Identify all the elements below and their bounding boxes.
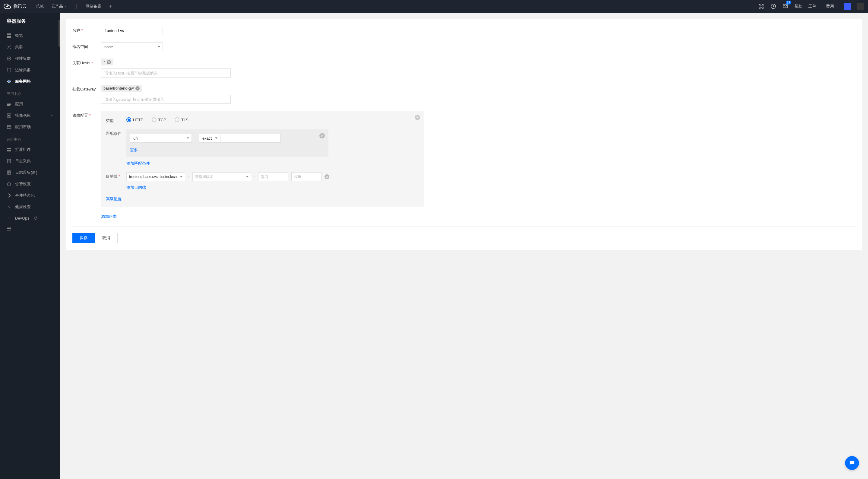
chevron-down-icon: [187, 138, 189, 139]
svg-rect-15: [8, 115, 10, 116]
match-field-select[interactable]: uri: [130, 133, 192, 143]
mail-badge-count: 77: [786, 1, 792, 4]
sidebar-item-log-new[interactable]: 日志采集(新): [0, 167, 60, 178]
match-panel: ✕ uri exact: [126, 129, 329, 157]
add-match-link[interactable]: 添加匹配条件: [126, 161, 150, 166]
advanced-link[interactable]: 高级配置: [106, 197, 122, 201]
sidebar-item-alert[interactable]: 告警设置: [0, 178, 60, 190]
svg-rect-13: [7, 105, 10, 106]
sidebar-item-event[interactable]: 事件持久化: [0, 190, 60, 201]
svg-rect-1: [760, 5, 763, 7]
nav-add-icon[interactable]: +: [109, 3, 112, 10]
dest-label: 目的端: [106, 172, 126, 179]
svg-rect-17: [7, 148, 9, 149]
row-route: 路由配置 ✕ 类型 HTTP T: [72, 111, 856, 219]
svg-point-10: [8, 58, 10, 59]
sidebar-section-ops: 运维中心: [0, 133, 60, 144]
mesh-icon: [7, 79, 11, 84]
remove-icon[interactable]: ✕: [324, 174, 329, 179]
chat-fab[interactable]: [845, 456, 859, 470]
match-label: 匹配条件: [106, 129, 126, 136]
sidebar-item-addon[interactable]: 扩展组件: [0, 144, 60, 155]
nav-divider: [76, 4, 76, 9]
sidebar-scrollbar[interactable]: [59, 20, 60, 47]
save-button[interactable]: 保存: [72, 233, 95, 243]
sidebar-item-devops[interactable]: DevOps: [0, 213, 60, 223]
scan-icon[interactable]: [758, 3, 764, 9]
button-row: 保存 取消: [72, 233, 856, 243]
dest-version-select[interactable]: [192, 172, 251, 181]
row-name: 名称: [72, 26, 856, 35]
sidebar-item-log[interactable]: 日志采集: [0, 155, 60, 167]
svg-point-0: [7, 6, 8, 7]
divider: [72, 227, 856, 227]
mail-notification[interactable]: 77: [782, 3, 788, 10]
cancel-button[interactable]: 取消: [95, 233, 118, 243]
event-icon: [7, 193, 11, 198]
sidebar-item-registry[interactable]: 镜像仓库: [0, 110, 60, 121]
brand-name: 腾讯云: [13, 4, 27, 9]
add-route-link[interactable]: 添加路由: [101, 214, 117, 219]
registry-icon: [7, 113, 11, 118]
sidebar-item-elastic[interactable]: 弹性集群: [0, 53, 60, 64]
row-hosts: 关联Hosts * ✕: [72, 59, 856, 78]
user-avatar-secondary[interactable]: [857, 3, 864, 10]
namespace-select[interactable]: base: [101, 42, 163, 51]
more-link[interactable]: 更多: [130, 148, 138, 152]
svg-point-8: [8, 46, 10, 48]
sidebar-item-market[interactable]: 应用市场: [0, 121, 60, 133]
nav-products[interactable]: 云产品: [51, 4, 67, 9]
sidebar-collapse[interactable]: [0, 223, 60, 235]
grid-icon: [7, 33, 11, 38]
billing-link[interactable]: 费用: [826, 4, 838, 9]
edge-icon: [7, 67, 11, 72]
dest-service-select[interactable]: frontend.base.svc.cluster.local: [126, 172, 185, 181]
hosts-input[interactable]: [101, 68, 231, 78]
cloud-logo-icon: [4, 3, 11, 10]
dest-weight-input[interactable]: [291, 172, 321, 181]
tag-remove-icon[interactable]: ✕: [107, 60, 111, 64]
close-icon[interactable]: ✕: [415, 115, 420, 120]
radio-tcp[interactable]: TCP: [152, 117, 166, 122]
match-controls: uri exact: [130, 133, 325, 143]
close-icon[interactable]: ✕: [319, 133, 325, 139]
sidebar-title: 容器服务: [0, 13, 60, 30]
add-dest-link[interactable]: 添加目的端: [126, 185, 146, 190]
user-avatar[interactable]: [844, 3, 851, 10]
chevron-down-icon: [180, 176, 183, 178]
sidebar-item-mesh[interactable]: 服务网格: [0, 76, 60, 87]
ticket-link[interactable]: 工单: [808, 4, 820, 9]
app-icon: [7, 102, 11, 107]
external-link-icon: [34, 216, 38, 220]
collapse-icon: [7, 227, 11, 231]
sidebar-item-cluster[interactable]: 集群: [0, 41, 60, 53]
radio-icon: [152, 117, 157, 122]
separator: :: [188, 175, 189, 179]
radio-tls[interactable]: TLS: [175, 117, 188, 122]
radio-http[interactable]: HTTP: [126, 117, 143, 122]
tag-remove-icon[interactable]: ✕: [135, 86, 140, 90]
sidebar-item-app[interactable]: 应用: [0, 98, 60, 110]
match-op-select[interactable]: exact: [199, 133, 220, 143]
header-right: 77 帮助 工单 费用: [758, 3, 864, 10]
chat-icon: [849, 460, 855, 466]
name-input[interactable]: [101, 26, 163, 35]
sidebar-item-health[interactable]: 健康检查: [0, 201, 60, 213]
nav-overview[interactable]: 总览: [36, 4, 44, 9]
gateway-input[interactable]: [101, 95, 231, 104]
gear-icon: [7, 44, 11, 50]
alert-icon: [7, 182, 11, 186]
top-header: 腾讯云 总览 云产品 网站备案 + 77 帮助 工单 费用: [0, 0, 868, 13]
health-icon: [7, 205, 11, 209]
dest-port-input[interactable]: [258, 172, 288, 181]
sidebar-item-edge[interactable]: 边缘集群: [0, 64, 60, 76]
help-link[interactable]: 帮助: [795, 4, 802, 9]
form-panel: 名称 命名空间 base 关联Hosts * ✕: [66, 19, 862, 250]
main-content: 名称 命名空间 base 关联Hosts * ✕: [60, 13, 868, 479]
svg-rect-19: [7, 150, 9, 151]
sidebar-item-overview[interactable]: 概览: [0, 30, 60, 41]
match-value-input[interactable]: [220, 133, 280, 143]
clock-icon[interactable]: [770, 3, 776, 9]
logo-area[interactable]: 腾讯云: [4, 3, 27, 10]
nav-beian[interactable]: 网站备案: [86, 4, 101, 9]
